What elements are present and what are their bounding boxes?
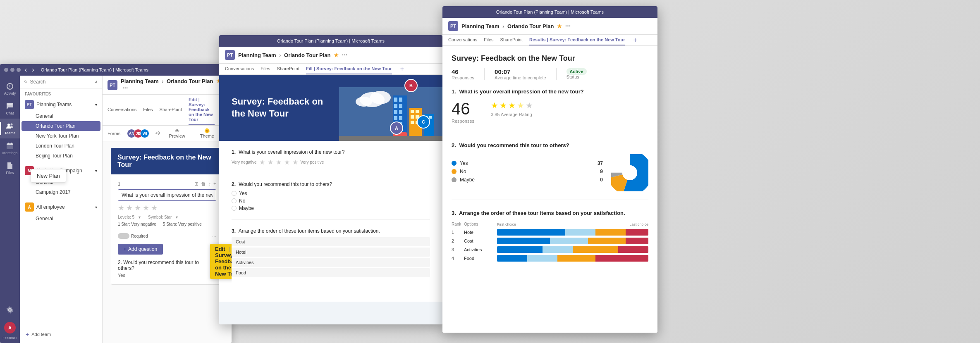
win3-tabs: Conversations Files SharePoint Results |… bbox=[442, 35, 657, 46]
win2-favorite-icon[interactable]: ★ bbox=[334, 52, 339, 58]
win2-tab-conversations[interactable]: Conversations bbox=[225, 64, 254, 74]
win2-tab-sharepoint[interactable]: SharePoint bbox=[277, 64, 299, 74]
q1-response-label: Responses bbox=[452, 119, 474, 124]
win3-add-tab[interactable]: + bbox=[633, 36, 637, 44]
forward-button[interactable]: › bbox=[32, 66, 34, 74]
nav-item-campaign2017[interactable]: Campaign 2017 bbox=[20, 187, 102, 197]
win2-add-tab[interactable]: + bbox=[400, 65, 404, 73]
win3-q2-num: 2. bbox=[452, 142, 456, 148]
rank-hotel-num: 1 bbox=[452, 230, 464, 235]
win2-question-1: 1. What is your overall impression of th… bbox=[232, 149, 430, 173]
nav-item-allemployee[interactable]: A All employee ▾ bbox=[20, 200, 102, 214]
star3[interactable]: ★ bbox=[134, 203, 141, 212]
win2-q1-text: 1. What is your overall impression of th… bbox=[232, 149, 430, 155]
search-input[interactable] bbox=[30, 79, 92, 85]
win3-favorite-icon[interactable]: ★ bbox=[557, 23, 562, 29]
win3-question-2-section: 2. Would you recommend this tour to othe… bbox=[452, 142, 648, 200]
very-negative-label: Very negative bbox=[232, 160, 257, 164]
tab-edit-survey[interactable]: Edit | Survey: Feedback on the New Tour bbox=[189, 95, 215, 125]
add-team-button[interactable]: + Add team bbox=[23, 329, 99, 340]
win1-team-badge: PT bbox=[108, 80, 117, 90]
star4[interactable]: ★ bbox=[143, 203, 149, 212]
emp-general-name: General bbox=[36, 216, 53, 222]
sidebar-item-settings[interactable] bbox=[0, 300, 20, 320]
win2-tab-fill[interactable]: Fill | Survey: Feedback on the New Tour bbox=[306, 64, 392, 74]
win2-q2-label: Would you recommend this tour to others? bbox=[239, 181, 332, 187]
form-hero-banner: Survey: Feedback on the New Tour bbox=[111, 148, 223, 174]
more-options-icon[interactable]: ··· bbox=[122, 84, 128, 91]
preview-button[interactable]: 👁 Preview bbox=[167, 128, 188, 139]
last-choice-label: Last choice bbox=[629, 222, 648, 226]
pie-chart bbox=[611, 154, 648, 191]
star5[interactable]: ★ bbox=[151, 203, 158, 212]
nav-item-planning-teams[interactable]: PT Planning Teams ▾ bbox=[20, 98, 102, 111]
sidebar-item-files[interactable]: Files bbox=[0, 158, 20, 178]
rank-row-hotel: 1 Hotel bbox=[452, 229, 648, 236]
win3-q3-title: 3. Arrange the order of these tour items… bbox=[452, 210, 648, 216]
maybe-label: Maybe bbox=[239, 205, 254, 211]
win3-tab-files[interactable]: Files bbox=[484, 35, 493, 45]
radio-no[interactable] bbox=[232, 198, 237, 203]
nav-item-orlando[interactable]: Orlando Tour Plan bbox=[22, 121, 100, 131]
tab-conversations[interactable]: Conversations bbox=[108, 105, 136, 115]
required-toggle[interactable]: Required bbox=[118, 233, 148, 239]
win2-star-4[interactable]: ★ bbox=[284, 158, 290, 166]
star-rating-1[interactable]: ★ ★ ★ ★ ★ bbox=[118, 203, 216, 212]
tab-files[interactable]: Files bbox=[143, 105, 153, 115]
q1-stars: ★ ★ ★ ★ ★ bbox=[491, 100, 533, 110]
win2-q2-no[interactable]: No bbox=[232, 198, 430, 204]
win2-star-5[interactable]: ★ bbox=[292, 158, 298, 166]
win2-q2-yes[interactable]: Yes bbox=[232, 191, 430, 196]
collaborators-avatars: AN JB WI bbox=[127, 129, 147, 138]
radio-yes[interactable] bbox=[232, 191, 237, 196]
rank-item-food[interactable]: Food bbox=[232, 268, 430, 277]
favorites-label: Favourites bbox=[20, 88, 102, 98]
tab-sharepoint[interactable]: SharePoint bbox=[160, 105, 182, 115]
star1[interactable]: ★ bbox=[118, 203, 124, 212]
avg-rating-label: Average Rating bbox=[501, 112, 532, 117]
nav-item-london[interactable]: London Tour Plan bbox=[20, 141, 102, 151]
nav-search-bar[interactable] bbox=[20, 76, 102, 88]
toggle-switch[interactable] bbox=[118, 233, 129, 239]
win2-star-3[interactable]: ★ bbox=[276, 158, 282, 166]
sidebar-item-meetings[interactable]: Meetings bbox=[0, 138, 20, 158]
nav-item-beijing[interactable]: Beijing Tour Plan bbox=[20, 151, 102, 161]
win2-q2-maybe[interactable]: Maybe bbox=[232, 205, 430, 211]
rank-item-activities[interactable]: Activities bbox=[232, 258, 430, 267]
user-avatar[interactable]: A bbox=[4, 322, 16, 333]
win2-star-2[interactable]: ★ bbox=[268, 158, 273, 166]
levels-chevron[interactable]: ▾ bbox=[139, 215, 141, 219]
sidebar-item-activity[interactable]: Activity bbox=[0, 79, 20, 99]
symbol-chevron[interactable]: ▾ bbox=[176, 215, 178, 219]
win2-q1-rating[interactable]: Very negative ★ ★ ★ ★ ★ Very positive bbox=[232, 158, 430, 166]
win2-tab-files[interactable]: Files bbox=[261, 64, 270, 74]
add-question-button[interactable]: + Add question bbox=[118, 244, 163, 255]
legend-maybe-dot bbox=[452, 177, 457, 182]
question-1-input[interactable] bbox=[118, 189, 216, 201]
orlando-channel-name: Orlando Tour Plan bbox=[36, 123, 76, 129]
win2-plan-name: Orlando Tour Plan bbox=[284, 52, 330, 58]
svg-rect-15 bbox=[394, 110, 397, 114]
minimize-dot[interactable] bbox=[10, 68, 14, 72]
sidebar-item-chat[interactable]: Chat bbox=[0, 99, 20, 119]
allemployee-icon: A bbox=[25, 202, 34, 212]
rank-item-hotel[interactable]: Hotel bbox=[232, 248, 430, 257]
star2[interactable]: ★ bbox=[126, 203, 133, 212]
win2-more-icon[interactable]: ··· bbox=[342, 51, 347, 58]
win3-tab-results[interactable]: Results | Survey: Feedback on the New To… bbox=[529, 35, 625, 45]
theme-button[interactable]: 🌞 Theme bbox=[198, 127, 217, 139]
nav-item-emp-general[interactable]: General bbox=[20, 214, 102, 224]
expand-dot[interactable] bbox=[17, 68, 21, 72]
win3-tab-sharepoint[interactable]: SharePoint bbox=[500, 35, 523, 45]
nav-item-newyork[interactable]: New York Tour Plan bbox=[20, 131, 102, 141]
win3-more-icon[interactable]: ··· bbox=[565, 22, 571, 29]
close-dot[interactable] bbox=[4, 68, 8, 72]
back-button[interactable]: ‹ bbox=[25, 66, 27, 74]
rank-item-cost[interactable]: Cost bbox=[232, 237, 430, 246]
sidebar-item-teams[interactable]: Teams bbox=[0, 119, 20, 138]
win2-star-1[interactable]: ★ bbox=[259, 158, 265, 166]
radio-maybe[interactable] bbox=[232, 206, 237, 211]
win3-tab-conversations[interactable]: Conversations bbox=[448, 35, 477, 45]
nav-item-general[interactable]: General bbox=[20, 111, 102, 121]
q-more-icon[interactable]: ··· bbox=[212, 233, 216, 239]
